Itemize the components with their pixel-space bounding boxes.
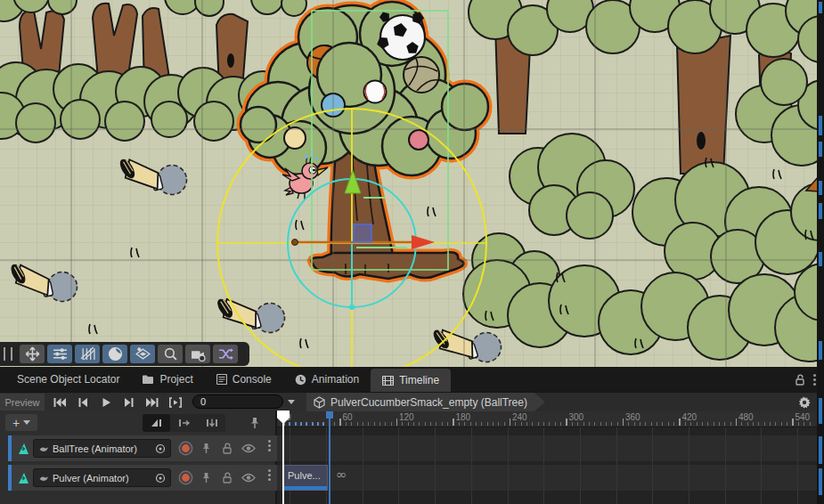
- scene-canvas[interactable]: [0, 0, 824, 367]
- frame-field[interactable]: 0: [192, 394, 283, 409]
- step-forward-button[interactable]: [118, 394, 141, 411]
- track-lane-pulver[interactable]: [277, 465, 817, 491]
- tab-animation[interactable]: Animation: [283, 367, 371, 392]
- camera-icon: [191, 346, 206, 362]
- cube-icon: [314, 396, 325, 409]
- pin-icon: [249, 417, 260, 429]
- panel-tab-bar: Scene Object Locator Project Console Ani…: [0, 367, 824, 392]
- tab-label: Console: [233, 373, 272, 386]
- camera-tool-button[interactable]: [185, 345, 210, 363]
- record-icon: [178, 470, 193, 485]
- search-tool-button[interactable]: [158, 345, 183, 363]
- play-button[interactable]: [94, 394, 118, 411]
- ruler-label: 120: [399, 412, 414, 422]
- toolbar-drag-handle[interactable]: [4, 347, 12, 361]
- move-icon: [26, 347, 39, 361]
- search-icon: [163, 346, 178, 362]
- skip-start-button[interactable]: [48, 394, 71, 411]
- eye-icon: [241, 443, 256, 453]
- moon-icon: [108, 346, 123, 362]
- ruler-label: 360: [625, 412, 640, 422]
- step-back-icon: [77, 397, 89, 408]
- replace-mode-button[interactable]: [198, 414, 225, 432]
- move-tool-button[interactable]: [20, 345, 45, 363]
- tab-project[interactable]: Project: [131, 367, 204, 392]
- timeline-end-marker-line: [329, 411, 330, 504]
- sliders-tool-button[interactable]: [47, 345, 72, 363]
- play-range-icon: [168, 397, 183, 408]
- record-button[interactable]: [178, 441, 193, 456]
- plane-handle[interactable]: [354, 224, 371, 242]
- tab-label: Project: [159, 373, 192, 386]
- cream-ball: [284, 127, 306, 149]
- pink-ball: [409, 130, 428, 150]
- clock-icon: [295, 374, 306, 386]
- shuffle-tool-button[interactable]: [213, 345, 238, 363]
- breadcrumb[interactable]: PulverCucumberSmack_empty (BallTree): [306, 393, 545, 411]
- timeline-clip-area[interactable]: 060120180240300360420480540 Pulve... ∞: [277, 411, 817, 504]
- playhead-line: [282, 422, 284, 504]
- timeline-end-marker[interactable]: [326, 411, 333, 419]
- marker-pin-button[interactable]: [244, 414, 265, 432]
- play-icon: [101, 397, 111, 408]
- track-mute-eye-button[interactable]: [241, 443, 257, 453]
- unlock-icon[interactable]: [795, 374, 805, 386]
- tab-scene-object-locator[interactable]: Scene Object Locator: [5, 367, 131, 392]
- ruler-label: 480: [738, 412, 754, 422]
- track-lane-balltree[interactable]: [277, 435, 817, 461]
- preview-toggle-button[interactable]: Preview: [0, 394, 45, 411]
- animator-binding-field[interactable]: Pulver (Animator): [33, 468, 171, 487]
- tab-timeline[interactable]: Timeline: [371, 369, 451, 392]
- skip-end-button[interactable]: [141, 394, 164, 411]
- layers-tool-button[interactable]: [130, 345, 155, 363]
- animator-binding-field[interactable]: BallTree (Animator): [33, 439, 171, 458]
- skip-start-icon: [53, 397, 67, 408]
- baseball: [364, 81, 387, 103]
- mix-mode-button[interactable]: [143, 414, 170, 432]
- edit-mode-buttons: [143, 414, 225, 432]
- animation-track-icon: [16, 442, 29, 455]
- timeline-ruler[interactable]: 060120180240300360420480540: [277, 411, 817, 427]
- kebab-menu-icon[interactable]: [813, 374, 816, 377]
- track-pin-button[interactable]: [199, 443, 215, 454]
- pulver-animation-clip[interactable]: Pulve...: [282, 465, 328, 491]
- replace-mode-icon: [205, 418, 219, 428]
- ruler-label: 540: [795, 412, 811, 422]
- ripple-mode-button[interactable]: [170, 414, 198, 432]
- folder-icon: [143, 375, 154, 385]
- track-lock-button[interactable]: [219, 443, 235, 454]
- bird-binding-icon: [38, 443, 49, 454]
- target-icon[interactable]: [155, 443, 166, 454]
- track-row-balltree[interactable]: BallTree (Animator): [0, 435, 277, 461]
- scene-view[interactable]: [0, 0, 824, 367]
- shuffle-icon: [218, 346, 233, 362]
- lock-icon: [222, 443, 233, 454]
- add-track-button[interactable]: +: [5, 414, 37, 431]
- target-icon[interactable]: [155, 473, 166, 484]
- plus-icon: +: [12, 417, 20, 429]
- frame-field-dropdown-icon[interactable]: [288, 400, 295, 404]
- tilemap-tool-button[interactable]: [75, 345, 100, 363]
- track-lock-button[interactable]: [219, 472, 235, 484]
- ruler-major-ticks: [283, 419, 814, 426]
- track-mute-eye-button[interactable]: [241, 473, 257, 483]
- tab-console[interactable]: Console: [205, 367, 283, 392]
- track-row-pulver[interactable]: Pulver (Animator): [0, 465, 277, 491]
- play-range-button[interactable]: [164, 394, 187, 411]
- layers-icon: [135, 346, 151, 362]
- step-back-button[interactable]: [71, 394, 94, 411]
- skip-end-icon: [145, 397, 159, 408]
- record-button[interactable]: [178, 470, 193, 485]
- moon-tool-button[interactable]: [102, 345, 127, 363]
- scene-toolbar[interactable]: [0, 342, 249, 366]
- volleyball: [404, 57, 439, 93]
- mix-mode-icon: [150, 418, 164, 428]
- film-icon: [382, 376, 394, 386]
- right-edge-scroll-strip[interactable]: [817, 0, 824, 504]
- track-pin-button[interactable]: [199, 472, 215, 484]
- ruler-label: 420: [682, 412, 698, 422]
- track-name: BallTree (Animator): [53, 443, 151, 454]
- gear-button[interactable]: [798, 393, 811, 411]
- lock-icon: [222, 472, 233, 484]
- tilemap-icon: [80, 346, 95, 362]
